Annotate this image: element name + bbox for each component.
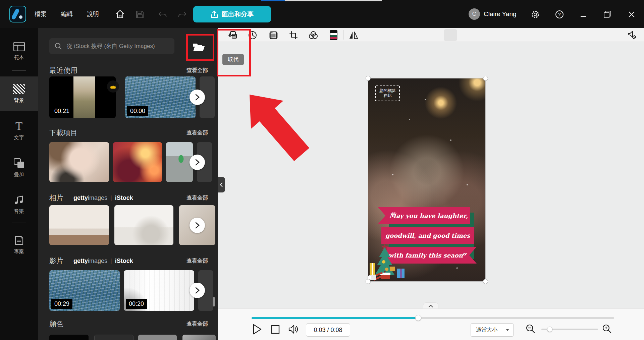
chevron-right-icon xyxy=(195,287,200,294)
audio-settings-icon[interactable] xyxy=(627,31,637,40)
gettyimages-istock-logo: gettyimages | iStock xyxy=(73,194,133,202)
player-bar: 0:03 / 0:08 適當大小 xyxy=(218,308,644,340)
user-name[interactable]: Claire Yang xyxy=(484,0,517,28)
redo-icon[interactable] xyxy=(177,9,187,19)
menu-edit[interactable]: 編輯 xyxy=(61,0,73,28)
fit-size-dropdown[interactable]: 適當大小 xyxy=(471,323,514,337)
red-highlight-folder xyxy=(186,34,214,61)
photo-thumb-2[interactable] xyxy=(114,205,173,245)
quote-ribbon-1[interactable]: “ May you have laughter, xyxy=(378,207,470,224)
filter-icon[interactable] xyxy=(329,31,338,40)
color-swatch-black[interactable] xyxy=(49,335,89,340)
volume-button[interactable] xyxy=(288,324,299,334)
thumb-art xyxy=(73,76,95,118)
close-icon[interactable] xyxy=(627,9,637,19)
svg-text:?: ? xyxy=(558,12,561,17)
section-recent-header: 最近使用 查看全部 xyxy=(49,66,208,75)
export-label: 匯出和分享 xyxy=(222,10,254,19)
view-all-link[interactable]: 查看全部 xyxy=(186,321,208,328)
app-logo[interactable] xyxy=(9,6,26,22)
sidebar-label: 音樂 xyxy=(14,208,24,215)
scroll-right-button[interactable] xyxy=(190,283,205,298)
color-swatch-gradient[interactable] xyxy=(182,335,216,340)
resize-handle-bottom-left[interactable] xyxy=(366,279,371,284)
section-title: 下載項目 xyxy=(49,128,77,137)
play-icon xyxy=(253,324,262,335)
section-title: 顏色 xyxy=(49,319,63,329)
home-icon[interactable] xyxy=(115,9,125,19)
export-icon xyxy=(211,10,218,18)
logo-placeholder[interactable]: 您的標誌 在此 xyxy=(375,85,400,101)
sidebar-item-music[interactable]: 音樂 xyxy=(0,190,38,219)
time-total: 0:08 xyxy=(331,327,342,334)
sidebar-item-projects[interactable]: 專案 xyxy=(0,231,38,260)
play-button[interactable] xyxy=(253,324,262,335)
resize-handle-top-right[interactable] xyxy=(483,76,488,81)
duration-badge: 00:29 xyxy=(51,299,72,309)
zoom-slider[interactable] xyxy=(541,329,598,330)
view-all-link[interactable]: 查看全部 xyxy=(186,194,208,202)
search-bar[interactable] xyxy=(49,38,174,54)
animation-frame-icon[interactable] xyxy=(269,31,278,40)
resize-handle-bottom-right[interactable] xyxy=(483,279,488,284)
menu-file[interactable]: 檔案 xyxy=(35,0,47,28)
video-thumb-1[interactable]: 00:29 xyxy=(49,270,120,311)
duration-badge: 00:20 xyxy=(126,299,147,309)
resize-handle-top-left[interactable] xyxy=(366,76,371,81)
restore-icon[interactable] xyxy=(602,9,612,19)
color-swatch-darkgray[interactable] xyxy=(94,335,133,340)
volume-icon xyxy=(288,324,299,334)
seek-bar[interactable] xyxy=(252,317,614,319)
sidebar-item-templates[interactable]: 範本 xyxy=(0,37,38,66)
export-share-button[interactable]: 匯出和分享 xyxy=(193,6,271,22)
menu-help[interactable]: 說明 xyxy=(87,0,99,28)
timeline-expand-tab[interactable] xyxy=(423,302,438,309)
help-icon[interactable]: ? xyxy=(554,9,565,19)
panel-scrollbar[interactable] xyxy=(213,297,215,306)
avatar[interactable]: C xyxy=(469,8,480,20)
save-icon[interactable] xyxy=(135,9,145,19)
quote-ribbon-2[interactable]: goodwill, and good times xyxy=(381,227,474,244)
undo-icon[interactable] xyxy=(158,9,168,19)
duration-badge: 00:00 xyxy=(127,106,148,116)
zoom-slider-handle[interactable] xyxy=(547,327,552,332)
download-thumb-2[interactable] xyxy=(113,142,162,182)
sidebar-divider xyxy=(12,70,26,71)
scroll-right-button[interactable] xyxy=(190,218,205,233)
stop-button[interactable] xyxy=(271,325,280,334)
view-all-link[interactable]: 查看全部 xyxy=(186,258,208,265)
caret-down-icon xyxy=(506,329,509,331)
square-handle-bottom-left[interactable] xyxy=(368,276,371,279)
sidebar-label: 範本 xyxy=(14,54,24,61)
duration-badge: 00:21 xyxy=(51,106,72,116)
premium-crown-icon xyxy=(107,80,119,93)
section-downloads-header: 下載項目 查看全部 xyxy=(49,128,208,137)
recent-thumb-1[interactable]: 00:21 xyxy=(49,76,116,118)
fit-size-label: 適當大小 xyxy=(471,327,497,334)
chevron-up-icon xyxy=(428,305,433,307)
panel-collapse-tab[interactable] xyxy=(218,177,225,192)
sidebar-label: 背景 xyxy=(14,97,24,104)
zoom-out-icon xyxy=(526,324,536,334)
title-bar: 檔案 編輯 說明 匯出和分享 C Claire Yang ? xyxy=(0,0,644,28)
color-swatch-gray[interactable] xyxy=(138,335,177,340)
download-thumb-1[interactable] xyxy=(49,142,109,182)
photo-thumb-1[interactable] xyxy=(49,205,109,245)
seek-handle[interactable] xyxy=(415,315,421,321)
selected-video-clip[interactable]: 您的標誌 在此 “ May you have laughter, goodwil… xyxy=(368,78,486,282)
crop-icon[interactable] xyxy=(289,31,298,40)
zoom-in-button[interactable] xyxy=(602,324,612,334)
settings-gear-icon[interactable] xyxy=(530,9,540,19)
sidebar-item-overlay[interactable]: 疊加 xyxy=(0,154,38,182)
sidebar-item-background[interactable]: 背景 xyxy=(0,76,38,111)
sidebar-item-text[interactable]: T 文字 xyxy=(0,117,38,146)
sidebar-label: 專案 xyxy=(14,248,24,255)
zoom-out-button[interactable] xyxy=(526,324,536,334)
recent-thumb-2[interactable]: 00:00 xyxy=(125,76,196,118)
search-input[interactable] xyxy=(66,43,168,50)
flip-icon[interactable] xyxy=(349,31,358,40)
color-blend-icon[interactable] xyxy=(309,31,318,40)
video-thumb-2[interactable]: 00:20 xyxy=(124,270,194,311)
template-icon xyxy=(13,42,25,51)
minimize-icon[interactable] xyxy=(578,9,588,19)
